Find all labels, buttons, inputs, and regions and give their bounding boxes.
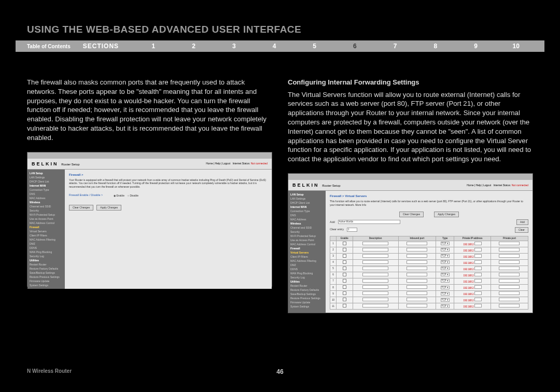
private-port-input[interactable] [499,285,520,289]
add-button[interactable]: Add [516,219,528,225]
enable-checkbox[interactable] [343,248,346,251]
type-select[interactable]: TCP ▾ [441,273,450,276]
private-port-input[interactable] [499,279,520,283]
type-select[interactable]: TCP ▾ [441,242,450,245]
private-port-input[interactable] [499,298,520,301]
ip-input[interactable] [474,291,482,295]
ip-input[interactable] [474,248,482,251]
section-10[interactable]: 10 [496,43,536,50]
screenshot-virtual-servers: BELKIN Router Setup Home | Help | Logout… [288,173,533,313]
belkin-logo: BELKIN [32,161,59,166]
inbound-input[interactable] [407,267,427,270]
type-select[interactable]: TCP ▾ [441,279,450,283]
ip-input[interactable] [474,260,482,264]
enable-checkbox[interactable] [343,291,346,295]
apply-changes-button[interactable]: Apply Changes [96,205,121,211]
clear-entry-select[interactable]: 1 [347,228,357,232]
table-row: 2TCP ▾192.168.2. [330,247,528,253]
ip-input[interactable] [474,254,482,258]
desc-input[interactable] [362,254,388,258]
type-select[interactable]: TCP ▾ [441,254,450,258]
private-port-input[interactable] [499,267,520,270]
inbound-input[interactable] [407,304,427,307]
type-select[interactable]: TCP ▾ [441,298,450,302]
ip-input[interactable] [474,285,482,289]
ip-input[interactable] [474,304,482,307]
radio-disable[interactable]: ○ Disable [128,194,138,198]
private-port-input[interactable] [499,273,520,276]
nav-bar: Table of Contents SECTIONS 1 2 3 4 5 6 7… [16,40,544,52]
private-port-input[interactable] [499,291,520,295]
page-footer: N Wireless Router 46 [27,368,533,375]
section-7[interactable]: 7 [375,43,415,50]
desc-input[interactable] [362,248,388,251]
belkin-logo: BELKIN [292,183,319,188]
type-select[interactable]: TCP ▾ [441,304,450,308]
ip-input[interactable] [474,242,482,245]
enable-checkbox[interactable] [343,273,346,276]
inbound-input[interactable] [407,248,427,251]
private-port-input[interactable] [499,260,520,264]
desc-input[interactable] [362,298,388,301]
desc-input[interactable] [362,304,388,307]
section-3[interactable]: 3 [214,43,254,50]
firewall-desc: Your Router is equipped with a firewall … [69,178,268,189]
router-main-firewall: Firewall > Your Router is equipped with … [65,170,272,289]
enable-checkbox[interactable] [343,285,346,289]
section-9[interactable]: 9 [456,43,496,50]
clear-changes-button[interactable]: Clear Changes [69,205,93,211]
inbound-input[interactable] [407,291,427,295]
type-select[interactable]: TCP ▾ [441,292,450,296]
radio-enable[interactable]: ◉ Enable [114,194,124,198]
enable-checkbox[interactable] [343,298,346,301]
inbound-input[interactable] [407,285,427,289]
desc-input[interactable] [362,267,388,270]
private-port-input[interactable] [499,242,520,245]
table-row: 4TCP ▾192.168.2. [330,259,528,265]
inbound-input[interactable] [407,260,427,264]
table-row: 3TCP ▾192.168.2. [330,253,528,259]
clear-changes-button[interactable]: Clear Changes [399,212,424,217]
inbound-input[interactable] [407,298,427,301]
enable-checkbox[interactable] [343,254,346,258]
desc-input[interactable] [362,279,388,283]
section-6[interactable]: 6 [335,43,375,50]
inbound-input[interactable] [407,273,427,276]
table-row: 8TCP ▾192.168.2. [330,285,528,291]
desc-input[interactable] [362,260,388,264]
clear-entry-button[interactable]: Clear [515,227,528,233]
private-port-input[interactable] [499,254,520,258]
inbound-input[interactable] [407,242,427,245]
add-select[interactable]: Active Worlds [338,220,400,224]
ip-input[interactable] [474,279,482,283]
section-5[interactable]: 5 [295,43,335,50]
section-8[interactable]: 8 [415,43,456,50]
private-port-input[interactable] [499,304,520,307]
desc-input[interactable] [362,273,388,276]
page-title: USING THE WEB-BASED ADVANCED USER INTERF… [0,0,560,40]
inbound-input[interactable] [407,279,427,283]
toc-link[interactable]: Table of Contents [16,44,83,49]
desc-input[interactable] [362,291,388,295]
page-number: 46 [276,368,283,375]
type-select[interactable]: TCP ▾ [441,267,450,270]
private-port-input[interactable] [499,248,520,251]
desc-input[interactable] [362,285,388,289]
enable-checkbox[interactable] [343,260,346,264]
enable-checkbox[interactable] [343,304,346,307]
ip-input[interactable] [474,273,482,276]
section-2[interactable]: 2 [174,43,214,50]
type-select[interactable]: TCP ▾ [441,286,450,289]
ip-input[interactable] [474,298,482,301]
inbound-input[interactable] [407,254,427,258]
enable-checkbox[interactable] [343,267,346,270]
enable-checkbox[interactable] [343,279,346,283]
desc-input[interactable] [362,242,388,245]
apply-changes-button[interactable]: Apply Changes [434,212,459,217]
section-4[interactable]: 4 [254,43,295,50]
ip-input[interactable] [474,267,482,270]
type-select[interactable]: TCP ▾ [441,248,450,251]
type-select[interactable]: TCP ▾ [441,260,450,264]
enable-checkbox[interactable] [343,242,346,245]
section-1[interactable]: 1 [133,43,174,50]
